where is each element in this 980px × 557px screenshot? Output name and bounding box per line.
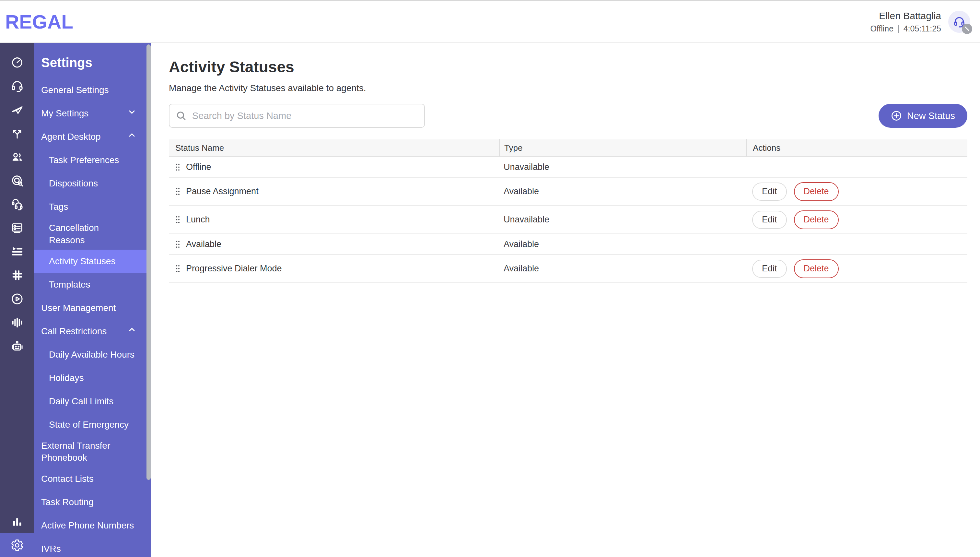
sidebar-scrollbar[interactable]: [146, 44, 151, 480]
chevron-down-icon: [127, 107, 137, 120]
edit-button[interactable]: Edit: [752, 182, 787, 201]
search-input[interactable]: [192, 111, 418, 121]
chevron-up-icon: [127, 131, 137, 143]
sidebar-item-task-preferences[interactable]: Task Preferences: [34, 148, 151, 172]
sidebar-item-general-settings[interactable]: General Settings: [34, 78, 151, 102]
status-name: Pause Assignment: [186, 186, 258, 197]
sidebar-item-daily-call-limits[interactable]: Daily Call Limits: [34, 390, 151, 413]
table-row: Offline Unavailable: [169, 157, 967, 178]
user-avatar[interactable]: [948, 11, 970, 33]
nav-tasks[interactable]: [0, 216, 34, 239]
nav-numbers[interactable]: [0, 263, 34, 287]
nav-campaigns[interactable]: [0, 98, 34, 121]
sidebar-item-ivrs[interactable]: IVRs: [34, 537, 151, 557]
column-header-status-name: Status Name: [169, 143, 499, 153]
nav-queues[interactable]: [0, 239, 34, 263]
search-icon: [176, 111, 186, 121]
sidebar-item-external-transfer-phonebook[interactable]: External Transfer Phonebook: [34, 436, 151, 467]
settings-sidebar: Settings General Settings My Settings Ag…: [34, 43, 151, 557]
double-headset-icon: [11, 198, 24, 211]
hash-icon: [11, 269, 24, 282]
main-content: Activity Statuses Manage the Activity St…: [151, 43, 980, 557]
sidebar-title: Settings: [34, 53, 151, 70]
gear-icon: [11, 539, 24, 552]
chevron-up-icon: [127, 325, 137, 337]
controls-row: New Status: [169, 104, 967, 128]
page-subtitle: Manage the Activity Statuses available t…: [169, 83, 967, 93]
delete-button[interactable]: Delete: [794, 210, 839, 229]
nav-reporting[interactable]: [0, 510, 34, 533]
table-row: Pause Assignment Available Edit Delete: [169, 178, 967, 206]
gauge-icon: [11, 56, 24, 69]
user-info: Ellen Battaglia Offline | 4:05:11:25: [870, 10, 941, 33]
column-header-type: Type: [499, 139, 746, 156]
edit-button[interactable]: Edit: [752, 260, 787, 278]
sidebar-item-dispositions[interactable]: Dispositions: [34, 172, 151, 195]
drag-handle-icon[interactable]: [176, 215, 180, 224]
nav-media[interactable]: [0, 287, 34, 311]
user-status-line: Offline | 4:05:11:25: [870, 24, 941, 33]
sidebar-item-activity-statuses[interactable]: Activity Statuses: [34, 250, 151, 273]
status-type: Unavailable: [504, 162, 549, 172]
send-icon: [11, 103, 24, 116]
sidebar-item-active-phone-numbers[interactable]: Active Phone Numbers: [34, 514, 151, 537]
table-row: Progressive Dialer Mode Available Edit D…: [169, 255, 967, 283]
table-header-row: Status Name Type Actions: [169, 139, 967, 157]
top-header: REGAL Ellen Battaglia Offline | 4:05:11:…: [0, 1, 980, 43]
search-box: [169, 104, 425, 128]
sidebar-item-user-management[interactable]: User Management: [34, 296, 151, 320]
offline-badge-icon: [962, 24, 972, 34]
sidebar-item-cancellation-reasons[interactable]: Cancellation Reasons: [34, 218, 151, 250]
robot-icon: [11, 340, 24, 353]
delete-button[interactable]: Delete: [794, 182, 839, 201]
sidebar-item-templates[interactable]: Templates: [34, 273, 151, 296]
target-search-icon: [11, 174, 24, 187]
people-icon: [11, 150, 24, 163]
playlist-icon: [11, 245, 24, 258]
status-type: Available: [504, 186, 539, 196]
branch-arrows-icon: [11, 127, 24, 140]
edit-button[interactable]: Edit: [752, 211, 787, 229]
nav-dashboard[interactable]: [0, 50, 34, 74]
sidebar-item-contact-lists[interactable]: Contact Lists: [34, 467, 151, 490]
nav-audiences[interactable]: [0, 169, 34, 192]
sidebar-item-tags[interactable]: Tags: [34, 195, 151, 218]
sidebar-item-call-restrictions[interactable]: Call Restrictions: [34, 320, 151, 343]
drag-handle-icon[interactable]: [176, 240, 180, 249]
sidebar-item-holidays[interactable]: Holidays: [34, 366, 151, 390]
nav-contacts[interactable]: [0, 145, 34, 169]
sidebar-menu: General Settings My Settings Agent Deskt…: [34, 78, 151, 557]
table-row: Available Available: [169, 234, 967, 255]
sidebar-item-state-of-emergency[interactable]: State of Emergency: [34, 413, 151, 436]
activity-statuses-table: Status Name Type Actions Offline Unavail…: [169, 139, 967, 283]
drag-handle-icon[interactable]: [176, 264, 180, 273]
status-name: Available: [186, 239, 221, 249]
table-row: Lunch Unavailable Edit Delete: [169, 206, 967, 234]
status-type: Available: [504, 239, 539, 249]
delete-button[interactable]: Delete: [794, 259, 839, 278]
checklist-icon: [11, 221, 24, 235]
sidebar-item-my-settings[interactable]: My Settings: [34, 102, 151, 125]
column-header-actions: Actions: [746, 139, 967, 156]
status-name: Offline: [186, 162, 211, 172]
nav-journeys[interactable]: [0, 121, 34, 145]
regal-logo: REGAL: [5, 11, 73, 33]
page-title: Activity Statuses: [169, 58, 967, 76]
plus-circle-icon: [891, 110, 902, 121]
nav-recordings[interactable]: [0, 311, 34, 334]
drag-handle-icon[interactable]: [176, 187, 180, 196]
nav-bots[interactable]: [0, 334, 34, 358]
status-timer: 4:05:11:25: [904, 24, 941, 33]
user-name: Ellen Battaglia: [870, 10, 941, 21]
new-status-button[interactable]: New Status: [879, 104, 967, 128]
sidebar-item-agent-desktop[interactable]: Agent Desktop: [34, 125, 151, 148]
nav-settings[interactable]: [0, 533, 34, 557]
status-name: Progressive Dialer Mode: [186, 264, 282, 274]
sidebar-item-daily-available-hours[interactable]: Daily Available Hours: [34, 343, 151, 366]
status-name: Lunch: [186, 215, 210, 225]
nav-agents[interactable]: [0, 192, 34, 216]
sidebar-item-task-routing[interactable]: Task Routing: [34, 490, 151, 514]
play-circle-icon: [11, 292, 24, 305]
drag-handle-icon[interactable]: [176, 163, 180, 171]
nav-agent[interactable]: [0, 74, 34, 98]
